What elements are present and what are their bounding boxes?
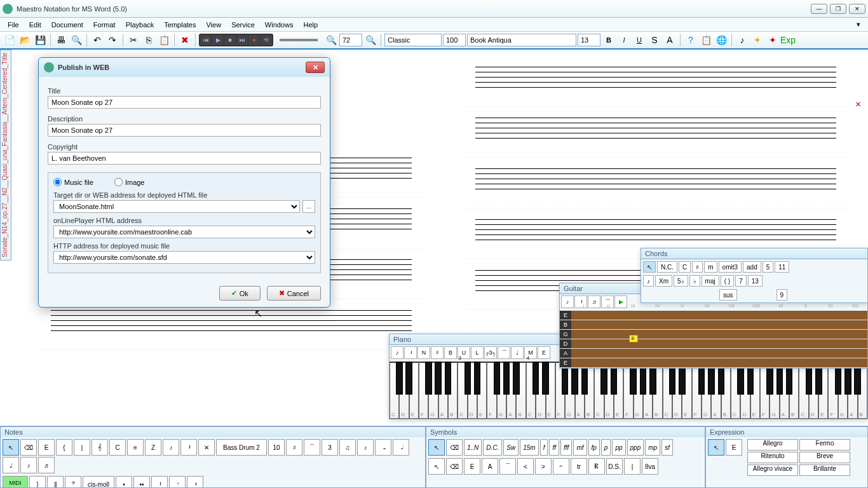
piano-tool-3[interactable]: N [417, 346, 430, 359]
notes-double-dot-icon[interactable]: •• [133, 476, 150, 487]
symbol-row2-11[interactable]: | [624, 458, 641, 475]
chord-note-icon[interactable]: ♪ [643, 275, 654, 287]
symbol-3[interactable]: 15m [520, 439, 538, 456]
forward-icon[interactable]: ⏭ [236, 35, 248, 45]
open-icon[interactable]: 📂 [18, 33, 32, 47]
notes-arrow[interactable]: ↖ [3, 439, 19, 456]
piano-tool-7[interactable]: L [471, 346, 484, 359]
zoom-out-icon[interactable]: 🔍 [324, 33, 338, 47]
menu-document[interactable]: Document [46, 20, 88, 30]
web-icon[interactable]: 🌐 [714, 33, 728, 47]
strike-icon[interactable]: S [648, 33, 661, 47]
stop-icon[interactable]: ■ [224, 35, 236, 45]
symbol-12[interactable]: mp [645, 439, 660, 456]
midi-button[interactable]: MIDI [3, 476, 28, 487]
font-color-icon[interactable]: A [663, 33, 677, 47]
notes-eraser-icon[interactable]: ⌫ [20, 439, 37, 456]
expr-ritenuto[interactable]: Ritenuto [747, 452, 798, 463]
italic-icon[interactable]: I [617, 33, 631, 47]
symbol-5[interactable]: ff [549, 439, 559, 456]
black-key[interactable] [425, 362, 432, 395]
rewind-icon[interactable]: ⏮ [200, 35, 212, 45]
notes-rest3-icon[interactable]: 𝄾 [169, 476, 186, 487]
symbol-row2-6[interactable]: > [535, 458, 552, 475]
chord-5[interactable]: 5 [763, 261, 774, 273]
scale-input[interactable] [443, 34, 466, 46]
notes-z-icon[interactable]: Z [145, 439, 161, 456]
notes-beam-icon[interactable]: ♫ [339, 439, 356, 456]
notes-sharp-icon[interactable]: ♯ [286, 439, 302, 456]
notes-brace-icon[interactable]: } [29, 476, 46, 487]
player-select[interactable]: http://www.yoursite.com/maestroonline.ca… [53, 226, 315, 238]
dialog-close-button[interactable]: ✕ [306, 62, 325, 73]
symbol-row2-8[interactable]: tr [571, 458, 587, 475]
notes-grace-icon[interactable]: ♪ [357, 439, 374, 456]
symbol-6[interactable]: fff [560, 439, 572, 456]
fretboard[interactable]: IIIIIIIVVVIVIIVIIIIXXXIXIIEBGEDAE [560, 311, 867, 368]
notes-16th-icon[interactable]: ♬ [38, 457, 55, 473]
maximize-button[interactable]: ❐ [830, 4, 846, 14]
menu-help[interactable]: Help [298, 20, 323, 30]
preview-icon[interactable]: 🔍 [69, 33, 83, 47]
print-icon[interactable]: 🖶 [54, 33, 68, 47]
notes-clef-icon[interactable]: 𝄞 [92, 439, 108, 456]
piano-tool-10[interactable]: ♩ [511, 346, 524, 359]
chord-xm[interactable]: Xm [655, 275, 672, 287]
black-key[interactable] [542, 362, 549, 395]
notes-x-icon[interactable]: ✕ [198, 439, 215, 456]
paste-icon[interactable]: 📋 [157, 33, 171, 47]
guitar-string[interactable]: E [560, 311, 867, 320]
notes-e[interactable]: E [38, 439, 55, 456]
title-input[interactable] [48, 96, 321, 109]
menu-file[interactable]: File [3, 20, 24, 30]
symbol-row2-3[interactable]: A [482, 458, 498, 475]
cancel-button[interactable]: ✖Cancel [267, 286, 321, 301]
symbol-row2-10[interactable]: D.S. [606, 458, 623, 475]
menu-playback[interactable]: Playback [121, 20, 159, 30]
style-select[interactable] [384, 34, 442, 46]
chord-add[interactable]: add [743, 261, 761, 273]
chord-7[interactable]: 7 [735, 275, 747, 287]
piano-tool-4[interactable]: ♯ [431, 346, 444, 359]
piano-tool-5[interactable]: B [444, 346, 457, 359]
black-key[interactable] [435, 362, 442, 395]
symbol-1[interactable]: D.C. [483, 439, 502, 456]
menu-templates[interactable]: Templates [159, 20, 201, 30]
minimize-button[interactable]: — [811, 4, 827, 14]
menu-edit[interactable]: Edit [24, 20, 46, 30]
chord-nc[interactable]: N.C. [657, 261, 677, 273]
notes-half-icon[interactable]: 𝅗𝅥 [393, 439, 409, 456]
expr-fermo[interactable]: Fermo [799, 439, 850, 451]
menu-windows[interactable]: Windows [260, 20, 299, 30]
new-doc-icon[interactable]: 📄 [3, 33, 17, 47]
http-select[interactable]: http://www.yoursite.com/sonate.sfd [53, 251, 315, 264]
notes-whole-icon[interactable]: 𝅝 [375, 439, 391, 456]
play-icon[interactable]: ▶ [212, 35, 224, 45]
loop-icon[interactable]: ⟲ [261, 35, 272, 45]
export-icon[interactable]: Exp [781, 33, 795, 47]
notes-bar-icon[interactable]: | [74, 439, 90, 456]
symbol-row2-7[interactable]: 𝄐 [553, 458, 569, 475]
note-icon[interactable]: ♪ [735, 33, 749, 47]
notes-c-icon[interactable]: C [109, 439, 126, 456]
chord-sharp[interactable]: ♯ [692, 261, 703, 273]
copyright-input[interactable] [48, 152, 321, 165]
key-sig-select[interactable]: cis-moll [83, 476, 114, 487]
guitar-string[interactable]: A [560, 349, 867, 358]
black-key[interactable] [396, 362, 403, 395]
chord-c[interactable]: C [679, 261, 691, 273]
document-tab[interactable]: Sonate_N14_op.27__N2__Quasi_una_Fantasia… [0, 50, 11, 261]
notes-rest4-icon[interactable]: 𝄿 [187, 476, 203, 487]
help-icon[interactable]: ? [684, 33, 698, 47]
symbol-8[interactable]: fp [588, 439, 600, 456]
chord-m[interactable]: m [704, 261, 717, 273]
sym-arrow[interactable]: ↖ [428, 439, 445, 456]
guitar-string[interactable]: D [560, 339, 867, 349]
symbol-11[interactable]: ppp [627, 439, 644, 456]
piano-tool-e[interactable]: E [538, 346, 550, 359]
symbol-row2-2[interactable]: E [464, 458, 480, 475]
piano-tool-9[interactable]: ⌒ [498, 346, 510, 359]
chord-11[interactable]: 11 [775, 261, 789, 273]
chord-9[interactable]: 9 [776, 289, 788, 301]
save-icon[interactable]: 💾 [33, 33, 47, 47]
